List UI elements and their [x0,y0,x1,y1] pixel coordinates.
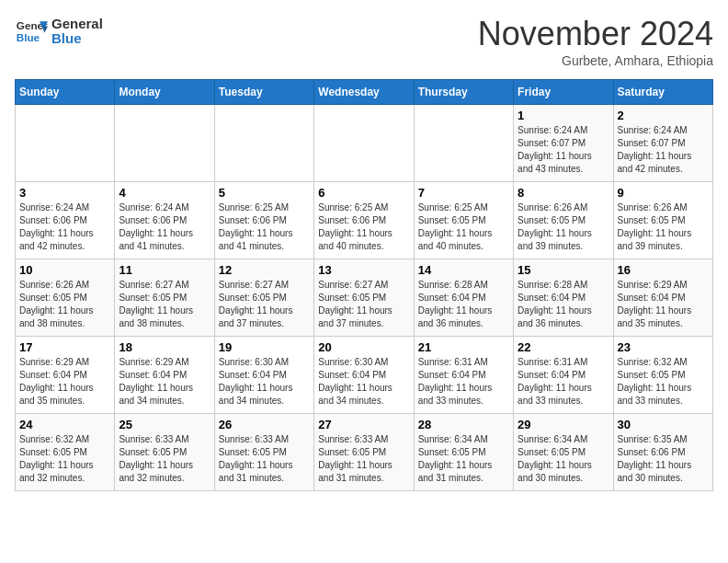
calendar-cell: 21Sunrise: 6:31 AM Sunset: 6:04 PM Dayli… [414,337,513,414]
weekday-header-sunday: Sunday [16,80,115,105]
day-number: 3 [19,186,110,200]
calendar-cell: 24Sunrise: 6:32 AM Sunset: 6:05 PM Dayli… [16,414,115,491]
title-block: November 2024 Gurbete, Amhara, Ethiopia [478,15,713,68]
calendar-week-3: 17Sunrise: 6:29 AM Sunset: 6:04 PM Dayli… [16,337,713,414]
calendar-cell: 16Sunrise: 6:29 AM Sunset: 6:04 PM Dayli… [613,259,712,337]
day-number: 7 [418,186,509,200]
day-info: Sunrise: 6:34 AM Sunset: 6:05 PM Dayligh… [418,433,509,485]
calendar-cell: 1Sunrise: 6:24 AM Sunset: 6:07 PM Daylig… [514,105,613,182]
day-number: 1 [518,109,609,122]
day-info: Sunrise: 6:24 AM Sunset: 6:07 PM Dayligh… [518,124,609,176]
day-info: Sunrise: 6:27 AM Sunset: 6:05 PM Dayligh… [219,279,310,330]
calendar-header: SundayMondayTuesdayWednesdayThursdayFrid… [16,80,713,105]
calendar-cell: 5Sunrise: 6:25 AM Sunset: 6:06 PM Daylig… [214,182,313,259]
day-number: 9 [618,186,709,200]
day-number: 27 [318,418,409,431]
calendar-cell: 25Sunrise: 6:33 AM Sunset: 6:05 PM Dayli… [115,414,214,491]
calendar-cell: 3Sunrise: 6:24 AM Sunset: 6:06 PM Daylig… [16,182,115,259]
day-number: 2 [618,109,709,122]
calendar-cell: 29Sunrise: 6:34 AM Sunset: 6:05 PM Dayli… [514,414,613,491]
day-info: Sunrise: 6:24 AM Sunset: 6:06 PM Dayligh… [119,201,210,253]
day-info: Sunrise: 6:25 AM Sunset: 6:06 PM Dayligh… [219,201,310,253]
day-number: 4 [119,186,210,200]
calendar-cell [214,105,313,182]
calendar-cell: 28Sunrise: 6:34 AM Sunset: 6:05 PM Dayli… [414,414,513,491]
calendar-cell: 9Sunrise: 6:26 AM Sunset: 6:05 PM Daylig… [613,182,712,259]
calendar-cell: 20Sunrise: 6:30 AM Sunset: 6:04 PM Dayli… [314,337,414,414]
day-number: 28 [418,418,509,431]
calendar-cell: 2Sunrise: 6:24 AM Sunset: 6:07 PM Daylig… [613,105,712,182]
calendar-week-0: 1Sunrise: 6:24 AM Sunset: 6:07 PM Daylig… [16,105,713,182]
day-number: 8 [518,186,609,200]
day-info: Sunrise: 6:26 AM Sunset: 6:05 PM Dayligh… [618,201,709,253]
day-info: Sunrise: 6:24 AM Sunset: 6:06 PM Dayligh… [19,201,110,253]
day-number: 30 [618,418,709,431]
calendar-cell: 11Sunrise: 6:27 AM Sunset: 6:05 PM Dayli… [115,259,214,337]
day-info: Sunrise: 6:24 AM Sunset: 6:07 PM Dayligh… [618,124,709,176]
location: Gurbete, Amhara, Ethiopia [478,53,713,68]
day-number: 24 [19,418,110,431]
calendar-week-2: 10Sunrise: 6:26 AM Sunset: 6:05 PM Dayli… [16,259,713,337]
calendar-cell: 19Sunrise: 6:30 AM Sunset: 6:04 PM Dayli… [214,337,313,414]
calendar-cell: 8Sunrise: 6:26 AM Sunset: 6:05 PM Daylig… [514,182,613,259]
day-number: 14 [418,263,509,277]
day-number: 5 [219,186,310,200]
calendar-cell: 7Sunrise: 6:25 AM Sunset: 6:05 PM Daylig… [414,182,513,259]
calendar-cell: 17Sunrise: 6:29 AM Sunset: 6:04 PM Dayli… [16,337,115,414]
logo-icon: General Blue [15,15,48,48]
calendar-cell: 15Sunrise: 6:28 AM Sunset: 6:04 PM Dayli… [514,259,613,337]
calendar-cell [16,105,115,182]
calendar-cell: 13Sunrise: 6:27 AM Sunset: 6:05 PM Dayli… [314,259,414,337]
weekday-header-wednesday: Wednesday [314,80,414,105]
calendar-cell: 14Sunrise: 6:28 AM Sunset: 6:04 PM Dayli… [414,259,513,337]
day-number: 19 [219,340,310,354]
day-number: 17 [19,340,110,354]
day-number: 13 [318,263,409,277]
day-info: Sunrise: 6:30 AM Sunset: 6:04 PM Dayligh… [318,356,409,408]
day-info: Sunrise: 6:33 AM Sunset: 6:05 PM Dayligh… [318,433,409,485]
day-info: Sunrise: 6:29 AM Sunset: 6:04 PM Dayligh… [119,356,210,408]
weekday-row: SundayMondayTuesdayWednesdayThursdayFrid… [16,80,713,105]
day-number: 22 [518,340,609,354]
weekday-header-thursday: Thursday [414,80,513,105]
calendar-table: SundayMondayTuesdayWednesdayThursdayFrid… [15,79,713,491]
day-number: 21 [418,340,509,354]
calendar-cell [314,105,414,182]
calendar-cell: 22Sunrise: 6:31 AM Sunset: 6:04 PM Dayli… [514,337,613,414]
day-info: Sunrise: 6:28 AM Sunset: 6:04 PM Dayligh… [518,279,609,330]
calendar-cell: 30Sunrise: 6:35 AM Sunset: 6:06 PM Dayli… [613,414,712,491]
day-info: Sunrise: 6:27 AM Sunset: 6:05 PM Dayligh… [119,279,210,330]
day-info: Sunrise: 6:30 AM Sunset: 6:04 PM Dayligh… [219,356,310,408]
month-title: November 2024 [478,15,713,53]
calendar-cell [414,105,513,182]
day-info: Sunrise: 6:26 AM Sunset: 6:05 PM Dayligh… [19,279,110,330]
day-info: Sunrise: 6:25 AM Sunset: 6:06 PM Dayligh… [318,201,409,253]
day-info: Sunrise: 6:34 AM Sunset: 6:05 PM Dayligh… [518,433,609,485]
day-number: 15 [518,263,609,277]
logo: General Blue General Blue [15,15,103,48]
day-number: 23 [618,340,709,354]
day-number: 26 [219,418,310,431]
day-info: Sunrise: 6:33 AM Sunset: 6:05 PM Dayligh… [219,433,310,485]
day-info: Sunrise: 6:29 AM Sunset: 6:04 PM Dayligh… [19,356,110,408]
day-number: 16 [618,263,709,277]
calendar-cell: 18Sunrise: 6:29 AM Sunset: 6:04 PM Dayli… [115,337,214,414]
day-info: Sunrise: 6:31 AM Sunset: 6:04 PM Dayligh… [518,356,609,408]
day-number: 20 [318,340,409,354]
day-info: Sunrise: 6:31 AM Sunset: 6:04 PM Dayligh… [418,356,509,408]
calendar-cell: 10Sunrise: 6:26 AM Sunset: 6:05 PM Dayli… [16,259,115,337]
day-number: 29 [518,418,609,431]
svg-text:Blue: Blue [17,31,40,43]
day-number: 10 [19,263,110,277]
calendar-week-1: 3Sunrise: 6:24 AM Sunset: 6:06 PM Daylig… [16,182,713,259]
day-info: Sunrise: 6:32 AM Sunset: 6:05 PM Dayligh… [19,433,110,485]
calendar-week-4: 24Sunrise: 6:32 AM Sunset: 6:05 PM Dayli… [16,414,713,491]
weekday-header-monday: Monday [115,80,214,105]
calendar-cell: 4Sunrise: 6:24 AM Sunset: 6:06 PM Daylig… [115,182,214,259]
calendar-cell: 6Sunrise: 6:25 AM Sunset: 6:06 PM Daylig… [314,182,414,259]
day-number: 6 [318,186,409,200]
calendar-cell [115,105,214,182]
weekday-header-friday: Friday [514,80,613,105]
calendar-cell: 23Sunrise: 6:32 AM Sunset: 6:05 PM Dayli… [613,337,712,414]
day-info: Sunrise: 6:25 AM Sunset: 6:05 PM Dayligh… [418,201,509,253]
